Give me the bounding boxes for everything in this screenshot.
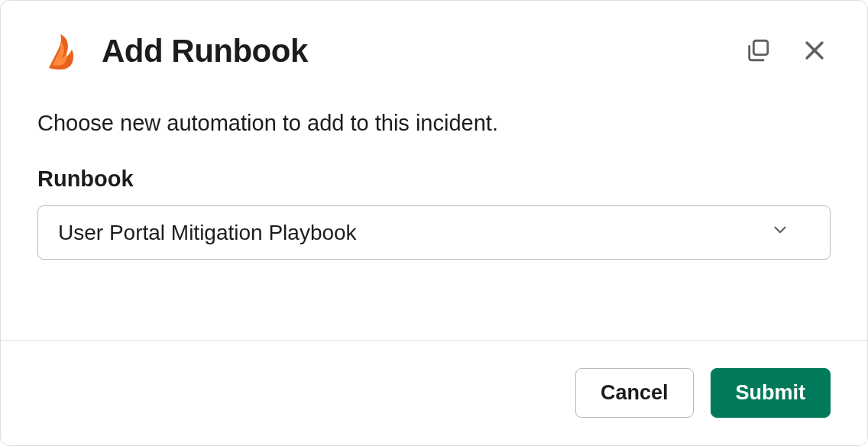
runbook-field-label: Runbook: [37, 166, 831, 192]
modal-header: Add Runbook: [1, 1, 867, 74]
runbook-select[interactable]: User Portal Mitigation Playbook: [37, 205, 831, 260]
runbook-select-wrapper: User Portal Mitigation Playbook: [37, 205, 831, 260]
modal-title: Add Runbook: [102, 33, 724, 69]
modal-content: Choose new automation to add to this inc…: [1, 74, 867, 340]
runbook-selected-value: User Portal Mitigation Playbook: [58, 221, 770, 245]
new-window-button[interactable]: [742, 34, 774, 69]
modal-footer: Cancel Submit: [1, 340, 867, 445]
cancel-button[interactable]: Cancel: [575, 368, 694, 418]
svg-rect-0: [753, 40, 767, 54]
submit-button[interactable]: Submit: [711, 368, 831, 418]
description-text: Choose new automation to add to this inc…: [37, 111, 831, 136]
header-actions: [742, 34, 831, 69]
close-button[interactable]: [798, 34, 831, 69]
app-icon: [37, 28, 83, 74]
chevron-down-icon: [770, 220, 790, 245]
close-icon: [802, 37, 828, 66]
new-window-icon: [745, 37, 771, 66]
